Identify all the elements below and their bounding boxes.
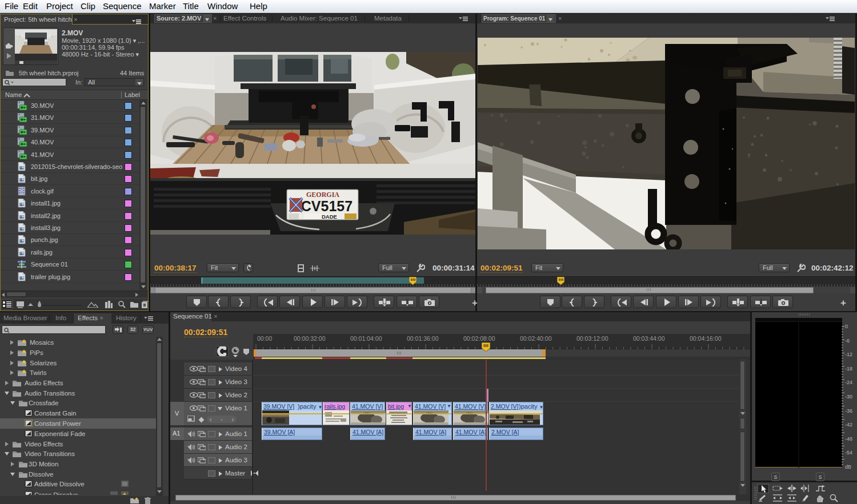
svg-text:DADE: DADE (322, 213, 337, 220)
svg-text:GEORGIA: GEORGIA (306, 191, 339, 199)
svg-text:CV5157: CV5157 (301, 198, 353, 214)
